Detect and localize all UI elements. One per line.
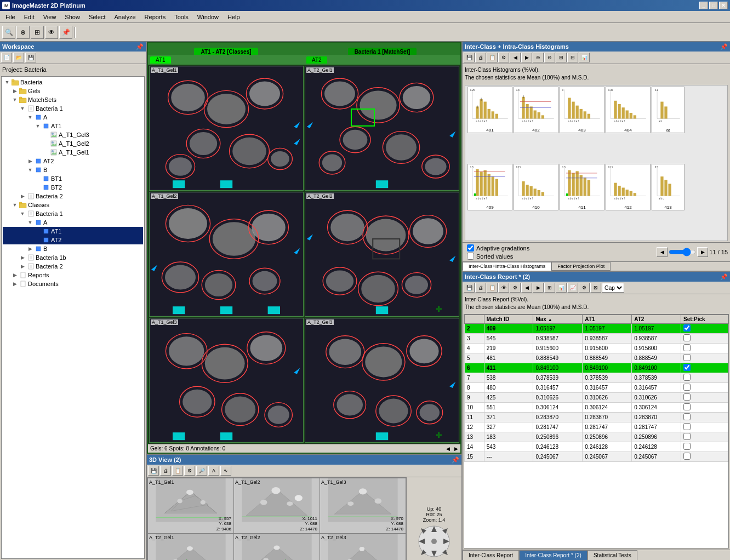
tree-item-bacteria-root[interactable]: ▼Bacteria <box>3 78 143 87</box>
tab-inter-class-report[interactable]: Inter-Class Report <box>463 550 519 560</box>
hist-tb-10[interactable]: ⊟ <box>567 53 578 62</box>
table-cell[interactable] <box>681 383 728 393</box>
hist-tb-6[interactable]: ▶ <box>521 53 532 62</box>
table-row[interactable]: 35450.9385870.9385870.938587 <box>465 334 728 344</box>
table-row[interactable]: 94250.3106260.3106260.310626 <box>465 393 728 403</box>
tree-expand-at2-cls[interactable] <box>35 237 41 243</box>
pick-checkbox[interactable] <box>683 393 691 401</box>
tree-expand-classes[interactable]: ▼ <box>12 202 18 208</box>
rpt-tb-2[interactable]: 🖨 <box>475 283 486 293</box>
minimize-button[interactable]: _ <box>699 2 708 9</box>
hist-tb-3[interactable]: 📋 <box>487 53 498 62</box>
table-cell[interactable] <box>681 363 728 373</box>
tree-item-at2[interactable]: ▶AT2 <box>3 157 143 165</box>
toolbar-btn-3[interactable]: ⊞ <box>31 26 44 39</box>
table-cell[interactable] <box>681 442 728 452</box>
hist-tb-11[interactable]: 📊 <box>579 53 590 62</box>
menu-view[interactable]: View <box>39 13 61 21</box>
tree-expand-bacteria1-ms[interactable]: ▼ <box>19 105 26 112</box>
hist-tb-7[interactable]: ⊕ <box>533 53 544 62</box>
tree-item-bacteria1-cls[interactable]: ▼Bacteria 1 <box>3 209 143 218</box>
3d-nav-arrows[interactable] <box>417 524 452 559</box>
table-cell[interactable] <box>681 334 728 344</box>
table-row[interactable]: 42190.9156000.9156000.915600 <box>465 344 728 353</box>
col-at1[interactable]: AT1 <box>583 315 632 324</box>
col-match-id[interactable]: Match ID <box>484 315 533 324</box>
table-cell[interactable] <box>681 422 728 432</box>
tree-item-a-cls[interactable]: ▼A <box>3 218 143 227</box>
tree-item-bacteria2-cls[interactable]: ▶Bacteria 2 <box>3 262 143 271</box>
tree-item-documents[interactable]: ▶Documents <box>3 279 143 288</box>
toolbar-btn-1[interactable]: 🔍 <box>2 26 15 39</box>
tree-item-b-group[interactable]: ▼B <box>3 165 143 174</box>
tree-expand-a-group[interactable]: ▼ <box>27 114 33 121</box>
pick-checkbox[interactable] <box>683 453 691 460</box>
rpt-tb-3[interactable]: 📋 <box>487 283 498 293</box>
tab-inter-class-report-2[interactable]: Inter-Class Report * (2) <box>519 550 588 560</box>
tree-item-at1-gel2[interactable]: A_T1_Gel2 <box>3 139 143 148</box>
toolbar-btn-4[interactable]: 👁 <box>45 26 58 39</box>
table-cell[interactable] <box>681 403 728 413</box>
ws-new-btn[interactable]: 📄 <box>1 53 12 62</box>
tree-expand-bacteria-root[interactable]: ▼ <box>4 79 10 85</box>
rpt-tb-6[interactable]: ◀ <box>521 283 532 293</box>
pick-checkbox[interactable] <box>683 443 691 450</box>
tree-expand-gels[interactable]: ▶ <box>12 88 18 94</box>
tree-expand-at1-gel2[interactable] <box>42 140 49 147</box>
rpt-tb-11[interactable]: ⚙ <box>579 283 590 293</box>
maximize-button[interactable]: □ <box>709 2 718 9</box>
pick-checkbox[interactable] <box>683 413 691 420</box>
tree-item-at2-cls[interactable]: AT2 <box>3 236 143 244</box>
3d-tb-2[interactable]: 🖨 <box>160 466 171 476</box>
hist-tb-8[interactable]: ⊖ <box>544 53 555 62</box>
tree-expand-at2[interactable]: ▶ <box>27 158 33 164</box>
pick-checkbox[interactable] <box>683 433 691 440</box>
ws-save-btn[interactable]: 💾 <box>25 53 36 62</box>
table-cell[interactable] <box>681 353 728 363</box>
menu-analyze[interactable]: Analyze <box>110 13 140 21</box>
pick-checkbox[interactable] <box>683 364 691 371</box>
rpt-tb-12[interactable]: ⊠ <box>590 283 601 293</box>
tree-expand-bt2[interactable] <box>35 184 41 191</box>
table-cell[interactable] <box>681 413 728 422</box>
table-row[interactable]: 75380.3785390.3785390.378539 <box>465 373 728 383</box>
tree-expand-bacteria1b-cls[interactable]: ▶ <box>19 254 26 261</box>
pick-checkbox[interactable] <box>683 334 691 341</box>
tab-intra-class-histograms[interactable]: Inter-Class+Intra-Class Histograms <box>463 262 551 271</box>
hist-tb-1[interactable]: 💾 <box>464 53 475 62</box>
gel-scroll-left[interactable]: ◀ <box>446 446 450 452</box>
rpt-tb-4[interactable]: 👁 <box>498 283 509 293</box>
table-cell[interactable] <box>681 432 728 442</box>
hist-next-page[interactable]: ▶ <box>697 247 708 257</box>
3d-tb-4[interactable]: ⚙ <box>184 466 195 476</box>
tree-item-bt2[interactable]: BT2 <box>3 183 143 192</box>
rpt-tb-7[interactable]: ▶ <box>533 283 544 293</box>
menu-tools[interactable]: Tools <box>170 13 193 21</box>
table-cell[interactable] <box>681 344 728 353</box>
tree-item-gels[interactable]: ▶Gels <box>3 87 143 95</box>
table-row[interactable]: 123270.2817470.2817470.281747 <box>465 422 728 432</box>
tree-expand-matchsets[interactable]: ▼ <box>12 96 18 103</box>
table-cell[interactable] <box>681 324 728 334</box>
menu-reports[interactable]: Reports <box>140 13 170 21</box>
report-gap-dropdown[interactable]: Gap <box>602 283 624 293</box>
menu-show[interactable]: Show <box>60 13 84 21</box>
rpt-tb-9[interactable]: 📊 <box>556 283 567 293</box>
col-at2[interactable]: AT2 <box>632 315 681 324</box>
3d-tb-3[interactable]: 📋 <box>172 466 183 476</box>
table-row[interactable]: 54810.8885490.8885490.888549 <box>465 353 728 363</box>
ws-open-btn[interactable]: 📂 <box>13 53 24 62</box>
sorted-values-checkbox[interactable] <box>467 253 474 260</box>
menu-window[interactable]: Window <box>193 13 223 21</box>
hist-tb-4[interactable]: ⚙ <box>498 53 509 62</box>
report-pin[interactable]: 📌 <box>720 273 728 281</box>
tree-item-b-cls[interactable]: ▶B <box>3 244 143 253</box>
tree-expand-at1[interactable]: ▼ <box>35 123 41 129</box>
tree-expand-documents[interactable]: ▶ <box>12 281 18 287</box>
rpt-tb-8[interactable]: ⊞ <box>544 283 555 293</box>
tree-item-at1[interactable]: ▼AT1 <box>3 122 143 130</box>
gel-scroll-right[interactable]: ▶ <box>454 446 458 452</box>
pick-checkbox[interactable] <box>683 344 691 351</box>
rpt-tb-1[interactable]: 💾 <box>464 283 475 293</box>
tab-statistical-tests[interactable]: Statistical Tests <box>588 550 637 560</box>
